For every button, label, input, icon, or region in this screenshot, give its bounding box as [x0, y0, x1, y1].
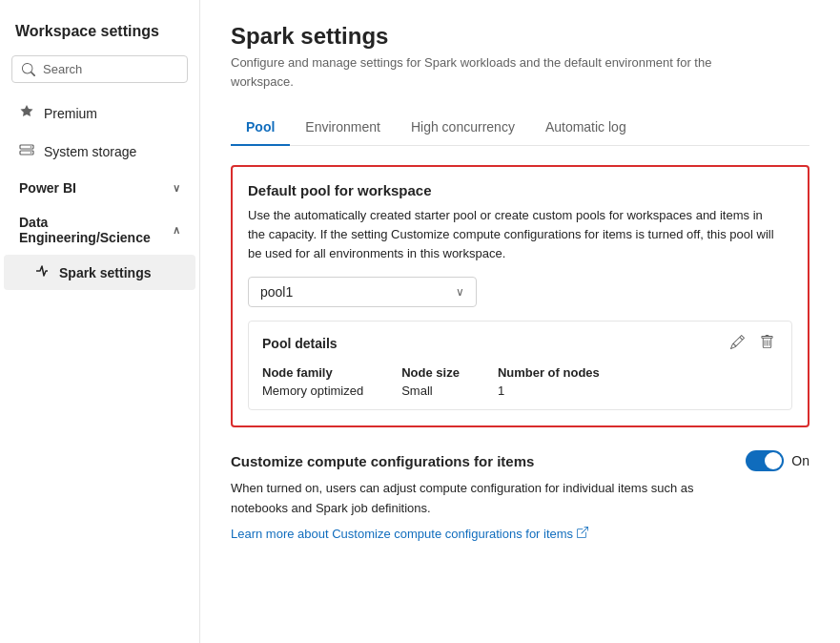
sidebar-item-system-storage[interactable]: System storage [4, 133, 195, 171]
sidebar-section-data-engineering-label: Data Engineering/Science [19, 215, 173, 245]
customize-header: Customize compute configurations for ite… [231, 450, 809, 471]
customize-title: Customize compute configurations for ite… [231, 453, 534, 469]
toggle-wrap: On [746, 450, 809, 471]
pool-details-table: Node family Memory optimized Node size S… [262, 365, 778, 398]
data-engineering-chevron-icon: ∧ [173, 224, 180, 237]
node-family-header: Node family [262, 365, 363, 380]
sidebar-section-data-engineering[interactable]: Data Engineering/Science ∧ [4, 205, 195, 255]
search-placeholder: Search [43, 62, 82, 76]
page-subtitle: Configure and manage settings for Spark … [231, 53, 765, 91]
tab-high-concurrency[interactable]: High concurrency [396, 110, 530, 146]
default-pool-description: Use the automatically created starter po… [248, 206, 782, 263]
node-size-value: Small [401, 384, 460, 398]
toggle-label: On [791, 453, 809, 468]
sidebar-section-power-bi[interactable]: Power BI ∨ [4, 171, 195, 205]
customize-section: Customize compute configurations for ite… [231, 450, 809, 540]
sidebar-item-premium-label: Premium [44, 106, 97, 121]
customize-toggle[interactable] [746, 450, 784, 471]
num-nodes-col: Number of nodes 1 [498, 365, 600, 398]
customize-learn-more-link[interactable]: Learn more about Customize compute confi… [231, 527, 588, 541]
sidebar: Workspace settings Search Premium System… [0, 0, 200, 643]
node-size-header: Node size [401, 365, 460, 380]
tab-automatic-log[interactable]: Automatic log [530, 110, 642, 146]
search-icon [22, 63, 35, 76]
num-nodes-header: Number of nodes [498, 365, 600, 380]
sidebar-section-power-bi-label: Power BI [19, 180, 76, 196]
node-family-col: Node family Memory optimized [262, 365, 363, 398]
workspace-settings-title: Workspace settings [0, 15, 199, 55]
sidebar-item-premium[interactable]: Premium [4, 94, 195, 133]
tabs-bar: Pool Environment High concurrency Automa… [231, 110, 809, 146]
default-pool-title: Default pool for workspace [248, 182, 792, 198]
pool-details-actions [727, 333, 778, 354]
power-bi-chevron-icon: ∨ [173, 182, 180, 195]
num-nodes-value: 1 [498, 384, 600, 398]
search-box[interactable]: Search [11, 55, 188, 83]
pool-details-header: Pool details [262, 333, 778, 354]
pool-dropdown[interactable]: pool1 ∨ [248, 277, 477, 307]
page-title: Spark settings [231, 23, 809, 50]
premium-icon [19, 104, 34, 123]
svg-point-2 [31, 146, 32, 148]
edit-pool-button[interactable] [727, 333, 748, 354]
system-storage-icon [19, 142, 34, 161]
delete-pool-button[interactable] [756, 333, 778, 354]
main-content: Spark settings Configure and manage sett… [200, 0, 840, 643]
default-pool-section: Default pool for workspace Use the autom… [231, 165, 809, 427]
spark-settings-icon [34, 263, 50, 281]
pool-details-title: Pool details [262, 336, 338, 351]
external-link-icon [577, 527, 588, 540]
pool-details-box: Pool details [248, 321, 792, 410]
node-size-col: Node size Small [401, 365, 460, 398]
customize-link-text: Learn more about Customize compute confi… [231, 527, 573, 541]
tab-environment[interactable]: Environment [290, 110, 396, 146]
sidebar-item-system-storage-label: System storage [44, 144, 136, 159]
pool-dropdown-value: pool1 [260, 284, 293, 300]
svg-point-3 [31, 152, 32, 154]
sidebar-item-spark-settings-label: Spark settings [59, 265, 151, 280]
sidebar-item-spark-settings[interactable]: Spark settings [4, 255, 195, 290]
node-family-value: Memory optimized [262, 384, 363, 398]
customize-description: When turned on, users can adjust compute… [231, 479, 707, 517]
tab-pool[interactable]: Pool [231, 110, 290, 146]
chevron-down-icon: ∨ [456, 285, 464, 299]
